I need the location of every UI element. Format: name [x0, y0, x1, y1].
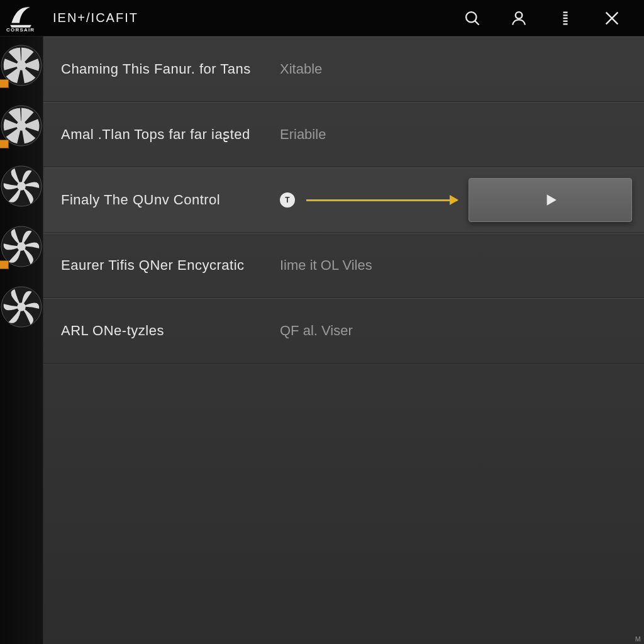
sidebar-fan-1[interactable]	[0, 44, 43, 87]
window-controls	[462, 8, 644, 29]
title-bar: CORSAIR IEN+/ICAFIT	[0, 0, 644, 36]
setting-row-3[interactable]: Finaly The QUnv Control T	[43, 167, 644, 233]
setting-row-5[interactable]: ARL ONe-tyzles QF al. Viser	[43, 298, 644, 364]
svg-point-2	[516, 12, 523, 18]
setting-value: QF al. Viser	[280, 323, 353, 339]
svg-line-1	[475, 21, 479, 25]
sidebar-fan-3[interactable]	[0, 165, 43, 208]
brand-text: CORSAIR	[6, 27, 35, 33]
status-badge	[0, 260, 9, 269]
close-icon[interactable]	[601, 8, 623, 29]
arrow-icon	[306, 199, 457, 201]
setting-label: Eaurer Tifis QNer Encycratic	[61, 257, 280, 274]
play-button[interactable]	[469, 178, 632, 222]
svg-point-0	[466, 12, 476, 22]
search-icon[interactable]	[462, 8, 483, 29]
settings-panel: Chaming This Fanur. for Tans Xitable Ama…	[43, 36, 644, 644]
info-icon[interactable]: T	[280, 192, 295, 208]
setting-value: Eriabile	[280, 126, 326, 143]
status-badge	[0, 79, 9, 88]
brand-logo: CORSAIR	[0, 3, 49, 33]
sidebar-fan-5[interactable]	[0, 286, 43, 328]
device-sidebar	[0, 36, 43, 644]
setting-row-2[interactable]: Amal .Tlan Tops far far iaʂted Eriabile	[43, 102, 644, 167]
watermark: M	[635, 635, 641, 643]
list-icon[interactable]	[555, 8, 576, 29]
sidebar-fan-4[interactable]	[0, 225, 43, 268]
user-icon[interactable]	[508, 8, 530, 29]
status-badge	[0, 140, 9, 148]
setting-label: Finaly The QUnv Control	[61, 192, 280, 208]
setting-row-4[interactable]: Eaurer Tifis QNer Encycratic Iime it OL …	[43, 233, 644, 298]
setting-value: Iime it OL Viles	[280, 257, 372, 274]
setting-row-1[interactable]: Chaming This Fanur. for Tans Xitable	[43, 36, 644, 102]
sail-icon	[8, 3, 34, 30]
setting-value: Xitable	[280, 61, 322, 77]
setting-label: ARL ONe-tyzles	[61, 323, 280, 339]
setting-label: Amal .Tlan Tops far far iaʂted	[61, 126, 280, 143]
setting-label: Chaming This Fanur. for Tans	[61, 61, 280, 77]
app-title: IEN+/ICAFIT	[53, 11, 138, 25]
sidebar-fan-2[interactable]	[0, 104, 43, 147]
